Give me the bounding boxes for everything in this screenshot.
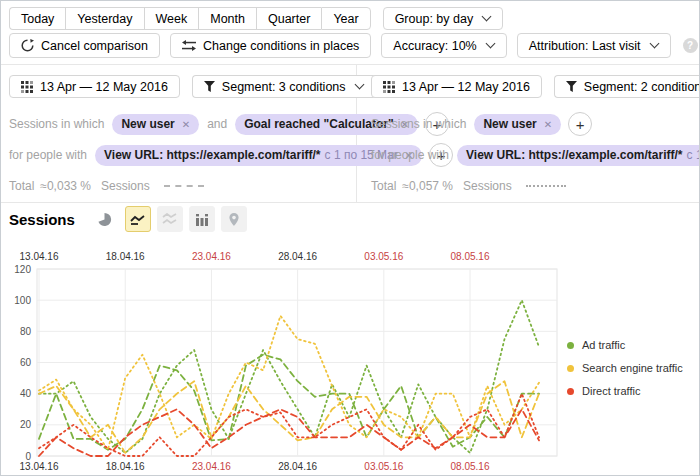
segment-a-panel: 13 Apr — 12 May 2016 Segment: 3 conditio… <box>1 65 357 202</box>
svg-text:60: 60 <box>20 357 32 368</box>
legend-dot <box>567 342 574 349</box>
segment-b-total: Total ≈0,057 % Sessions <box>371 179 700 193</box>
legend-item-direct-traffic[interactable]: Direct traffic <box>567 385 683 397</box>
total-label: Total <box>9 179 34 193</box>
svg-text:120: 120 <box>14 264 31 275</box>
sessions-header: Sessions <box>9 206 253 232</box>
columns-chart-icon[interactable] <box>189 206 215 232</box>
url-date-qualifier: с 1 по 15 Mar <box>687 148 700 162</box>
svg-text:23.04.16: 23.04.16 <box>192 251 231 262</box>
legend-item-search-traffic[interactable]: Search engine traffic <box>567 362 683 374</box>
svg-text:08.05.16: 08.05.16 <box>451 251 490 262</box>
svg-text:18.04.16: 18.04.16 <box>106 461 145 472</box>
legend-item-ad-traffic[interactable]: Ad traffic <box>567 339 683 351</box>
calendar-grid-icon <box>383 81 395 93</box>
segment-b-line-style-sample <box>526 185 566 187</box>
accuracy-label: Accuracy: 10% <box>393 39 476 53</box>
svg-text:28.04.16: 28.04.16 <box>278 461 317 472</box>
chevron-down-icon <box>482 12 492 22</box>
svg-text:23.04.16: 23.04.16 <box>192 461 231 472</box>
segment-a-date-button[interactable]: 13 Apr — 12 May 2016 <box>9 75 180 98</box>
range-year-button[interactable]: Year <box>321 7 370 30</box>
pie-chart-icon[interactable] <box>95 207 115 231</box>
total-value: ≈0,057 % <box>402 179 453 193</box>
svg-text:40: 40 <box>20 388 32 399</box>
total-metric: Sessions <box>463 179 512 193</box>
group-by-dropdown[interactable]: Group: by day <box>383 7 504 30</box>
stacked-area-icon[interactable] <box>157 206 183 232</box>
total-metric: Sessions <box>101 179 150 193</box>
segment-b-conditions-label: Segment: 2 conditions <box>584 80 700 94</box>
filter-funnel-icon <box>204 81 215 92</box>
chart-legend: Ad traffic Search engine traffic Direct … <box>567 339 683 408</box>
close-icon[interactable]: ✕ <box>182 119 190 130</box>
range-yesterday-button[interactable]: Yesterday <box>65 7 143 30</box>
filter-funnel-icon <box>566 81 577 92</box>
line-chart-icon[interactable] <box>125 206 151 232</box>
range-month-button[interactable]: Month <box>198 7 256 30</box>
refresh-icon <box>21 39 34 52</box>
segment-b-date-button[interactable]: 13 Apr — 12 May 2016 <box>371 75 542 98</box>
range-button-group: Today Yesterday Week Month Quarter Year <box>9 7 371 30</box>
legend-dot <box>567 388 574 395</box>
range-today-button[interactable]: Today <box>9 7 65 30</box>
svg-text:100: 100 <box>14 295 31 306</box>
svg-text:03.05.16: 03.05.16 <box>364 251 403 262</box>
segment-a-sessions-label: Sessions in which <box>9 117 104 131</box>
svg-text:28.04.16: 28.04.16 <box>278 251 317 262</box>
cancel-comparison-button[interactable]: Cancel comparison <box>9 33 160 58</box>
cancel-comparison-label: Cancel comparison <box>41 39 148 53</box>
segment-a-line-style-sample <box>164 185 204 187</box>
svg-text:13.04.16: 13.04.16 <box>20 251 59 262</box>
sessions-title: Sessions <box>9 211 75 228</box>
segment-a-conditions-dropdown[interactable]: Segment: 3 conditions <box>192 75 375 98</box>
comparison-toolbar: Cancel comparison Change conditions in p… <box>9 33 698 58</box>
segment-b-chip-view-url[interactable]: View URL: https://example.com/tariff/* с… <box>457 145 700 166</box>
segment-b-people-label: for people with <box>371 148 449 162</box>
segment-a-date-label: 13 Apr — 12 May 2016 <box>40 80 168 94</box>
svg-text:18.04.16: 18.04.16 <box>106 251 145 262</box>
svg-text:0: 0 <box>25 451 31 462</box>
help-icon[interactable]: ? <box>683 38 698 53</box>
attribution-dropdown[interactable]: Attribution: Last visit <box>517 33 671 58</box>
segment-a-people-label: for people with <box>9 148 87 162</box>
swap-icon <box>182 40 196 51</box>
change-conditions-label: Change conditions in places <box>203 39 359 53</box>
map-pin-icon[interactable] <box>221 206 247 232</box>
segment-b-conditions-dropdown[interactable]: Segment: 2 conditions <box>554 75 700 98</box>
svg-text:80: 80 <box>20 326 32 337</box>
svg-text:08.05.16: 08.05.16 <box>451 461 490 472</box>
chevron-down-icon <box>485 39 495 49</box>
svg-text:13.04.16: 13.04.16 <box>20 461 59 472</box>
total-label: Total <box>371 179 396 193</box>
segment-b-panel: 13 Apr — 12 May 2016 Segment: 2 conditio… <box>357 65 700 202</box>
segment-b-add-condition-button[interactable]: + <box>568 112 592 136</box>
segment-b-sessions-label: Sessions in which <box>371 117 466 131</box>
range-week-button[interactable]: Week <box>144 7 199 30</box>
group-by-label: Group: by day <box>395 12 474 26</box>
svg-text:03.05.16: 03.05.16 <box>364 461 403 472</box>
date-range-toolbar: Today Yesterday Week Month Quarter Year … <box>9 7 503 30</box>
segment-b-date-label: 13 Apr — 12 May 2016 <box>402 80 530 94</box>
calendar-grid-icon <box>21 81 33 93</box>
segment-a-and-label: and <box>207 117 227 131</box>
range-quarter-button[interactable]: Quarter <box>256 7 321 30</box>
chevron-down-icon <box>649 39 659 49</box>
legend-dot <box>567 365 574 372</box>
close-icon[interactable]: ✕ <box>544 119 552 130</box>
segment-a-conditions-label: Segment: 3 conditions <box>222 80 346 94</box>
change-conditions-button[interactable]: Change conditions in places <box>170 33 371 58</box>
total-value: ≈0,033 % <box>40 179 91 193</box>
segment-b-chip-new-user[interactable]: New user ✕ <box>474 114 561 135</box>
segment-a-total: Total ≈0,033 % Sessions <box>9 179 356 193</box>
comparison-panels: 13 Apr — 12 May 2016 Segment: 3 conditio… <box>1 64 700 203</box>
accuracy-dropdown[interactable]: Accuracy: 10% <box>381 33 506 58</box>
svg-text:20: 20 <box>20 419 32 430</box>
attribution-label: Attribution: Last visit <box>529 39 641 53</box>
segment-a-chip-new-user[interactable]: New user ✕ <box>112 114 199 135</box>
